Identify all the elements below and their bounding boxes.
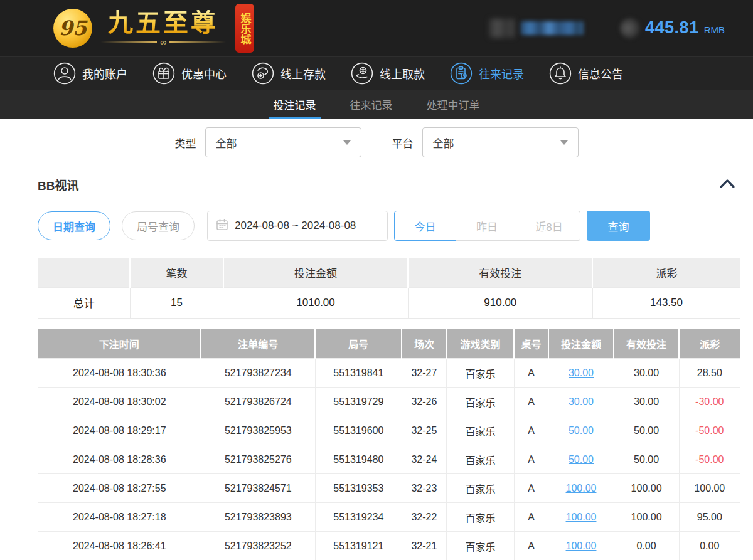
column-header: 投注金额 bbox=[223, 258, 408, 287]
summary-total-row: 总计151010.00910.00143.50 bbox=[38, 287, 740, 318]
table-cell: 1010.00 bbox=[223, 287, 408, 318]
table-cell: 910.00 bbox=[408, 287, 592, 318]
bet-amount-link[interactable]: 50.00 bbox=[569, 454, 594, 465]
table-cell: 32-22 bbox=[402, 503, 447, 532]
table-row: 2024-08-08 18:29:17521793825953551319600… bbox=[38, 416, 740, 445]
type-select-value: 全部 bbox=[216, 135, 237, 151]
bet-records-table: 下注时间注单编号局号场次游戏类别桌号投注金额有效投注派彩 2024-08-08 … bbox=[38, 329, 740, 560]
tab-pending-orders[interactable]: 处理中订单 bbox=[424, 90, 483, 119]
table-cell: 2024-08-08 18:30:02 bbox=[38, 388, 201, 416]
nav-item-transaction-records[interactable]: 往来记录 bbox=[450, 62, 524, 85]
platform-select[interactable]: 全部 bbox=[422, 127, 579, 157]
bet-amount-link[interactable]: 50.00 bbox=[569, 425, 594, 436]
table-cell: 32-26 bbox=[402, 388, 447, 416]
table-cell: 551319234 bbox=[315, 503, 402, 532]
table-cell: 551319121 bbox=[315, 532, 402, 560]
date-range-picker[interactable]: 2024-08-08 ~ 2024-08-08 bbox=[207, 211, 388, 241]
table-cell: 551319841 bbox=[315, 359, 402, 388]
yesterday-button[interactable]: 昨日 bbox=[456, 211, 518, 241]
bet-amount-link[interactable]: 100.00 bbox=[566, 483, 597, 494]
table-row: 2024-08-08 18:27:18521793823893551319234… bbox=[38, 503, 740, 532]
balance-amount: 445.81 bbox=[645, 18, 699, 38]
table-cell: 50.00 bbox=[614, 445, 679, 474]
tab-bet-records[interactable]: 投注记录 bbox=[270, 90, 319, 119]
nav-item-announcements[interactable]: 信息公告 bbox=[549, 62, 623, 85]
search-button[interactable]: 查询 bbox=[587, 211, 650, 241]
record-tab-bar: 投注记录 往来记录 处理中订单 bbox=[0, 90, 753, 119]
calendar-icon bbox=[216, 218, 228, 234]
top-header: 95 九五至尊 ∞ 娱乐城 445.81 RMB bbox=[0, 0, 753, 56]
table-cell: 551319480 bbox=[315, 445, 402, 474]
table-cell: 2024-08-08 18:27:18 bbox=[38, 503, 201, 532]
date-query-button[interactable]: 日期查询 bbox=[38, 211, 110, 240]
nav-item-withdraw[interactable]: 线上取款 bbox=[351, 62, 425, 85]
logo-95-icon: 95 bbox=[53, 9, 92, 48]
table-cell: 0.00 bbox=[614, 532, 679, 560]
table-cell: 50.00 bbox=[548, 445, 614, 474]
chevron-up-icon[interactable] bbox=[719, 178, 735, 192]
table-cell: 50.00 bbox=[614, 416, 679, 445]
round-query-button[interactable]: 局号查询 bbox=[122, 211, 195, 240]
quick-range-group: 今日 昨日 近8日 bbox=[394, 211, 580, 241]
table-cell: 32-23 bbox=[402, 474, 447, 503]
table-cell: -50.00 bbox=[679, 416, 740, 445]
table-cell: 30.00 bbox=[614, 359, 679, 388]
nav-label: 往来记录 bbox=[479, 65, 524, 82]
table-cell: A bbox=[514, 474, 548, 503]
table-cell: 百家乐 bbox=[447, 445, 514, 474]
table-row: 2024-08-08 18:30:36521793827234551319841… bbox=[38, 359, 740, 388]
table-cell: 521793823893 bbox=[201, 503, 315, 532]
bet-amount-link[interactable]: 100.00 bbox=[566, 512, 597, 522]
nav-label: 信息公告 bbox=[578, 65, 623, 82]
table-cell: -30.00 bbox=[679, 388, 740, 416]
table-cell: 100.00 bbox=[679, 474, 740, 503]
tab-transaction-records[interactable]: 往来记录 bbox=[347, 90, 396, 119]
bet-amount-link[interactable]: 100.00 bbox=[566, 541, 597, 551]
table-cell: 551319600 bbox=[315, 416, 402, 445]
table-cell: 30.00 bbox=[548, 359, 614, 388]
table-row: 2024-08-08 18:30:02521793826724551319729… bbox=[38, 388, 740, 416]
table-cell: 95.00 bbox=[679, 503, 740, 532]
column-header: 场次 bbox=[402, 329, 447, 359]
table-cell: 百家乐 bbox=[447, 474, 514, 503]
column-header: 派彩 bbox=[592, 258, 740, 287]
table-cell: 15 bbox=[130, 287, 223, 318]
table-cell: 30.00 bbox=[614, 388, 679, 416]
table-cell: 100.00 bbox=[548, 503, 614, 532]
table-cell: 521793826724 bbox=[201, 388, 315, 416]
table-cell: 百家乐 bbox=[447, 532, 514, 560]
query-toolbar: 日期查询 局号查询 2024-08-08 ~ 2024-08-08 今日 昨日 … bbox=[38, 211, 740, 241]
type-filter-label: 类型 bbox=[175, 135, 196, 151]
table-cell: 百家乐 bbox=[447, 359, 514, 388]
table-cell: 2024-08-08 18:29:17 bbox=[38, 416, 201, 445]
table-cell: 32-25 bbox=[402, 416, 447, 445]
today-button[interactable]: 今日 bbox=[394, 211, 456, 241]
table-cell: 100.00 bbox=[614, 474, 679, 503]
bet-amount-link[interactable]: 30.00 bbox=[569, 396, 594, 407]
site-logo[interactable]: 95 九五至尊 ∞ 娱乐城 bbox=[53, 4, 254, 53]
type-select[interactable]: 全部 bbox=[205, 127, 361, 157]
table-cell: 551319729 bbox=[315, 388, 402, 416]
nav-item-deposit[interactable]: 线上存款 bbox=[252, 62, 326, 85]
column-header: 注单编号 bbox=[201, 329, 315, 359]
table-cell: 0.00 bbox=[679, 532, 740, 560]
nav-item-promotions[interactable]: 优惠中心 bbox=[152, 62, 227, 85]
table-cell: 2024-08-08 18:26:41 bbox=[38, 532, 201, 560]
table-cell: 100.00 bbox=[614, 503, 679, 532]
table-cell: 2024-08-08 18:28:36 bbox=[38, 445, 201, 474]
last-8-days-button[interactable]: 近8日 bbox=[518, 211, 580, 241]
table-cell: 32-24 bbox=[402, 445, 447, 474]
balance[interactable]: 445.81 RMB bbox=[620, 18, 725, 38]
table-cell: 百家乐 bbox=[447, 503, 514, 532]
avatar bbox=[489, 19, 515, 38]
nav-item-my-account[interactable]: 我的账户 bbox=[53, 62, 127, 85]
table-cell: 50.00 bbox=[548, 416, 614, 445]
bet-amount-link[interactable]: 30.00 bbox=[569, 367, 594, 378]
balance-currency: RMB bbox=[704, 24, 725, 35]
column-header bbox=[38, 258, 131, 287]
user-account[interactable] bbox=[489, 19, 584, 38]
table-cell: A bbox=[514, 445, 548, 474]
bell-icon bbox=[549, 62, 572, 85]
table-row: 2024-08-08 18:27:55521793824571551319353… bbox=[38, 474, 740, 503]
platform-select-value: 全部 bbox=[433, 135, 454, 151]
